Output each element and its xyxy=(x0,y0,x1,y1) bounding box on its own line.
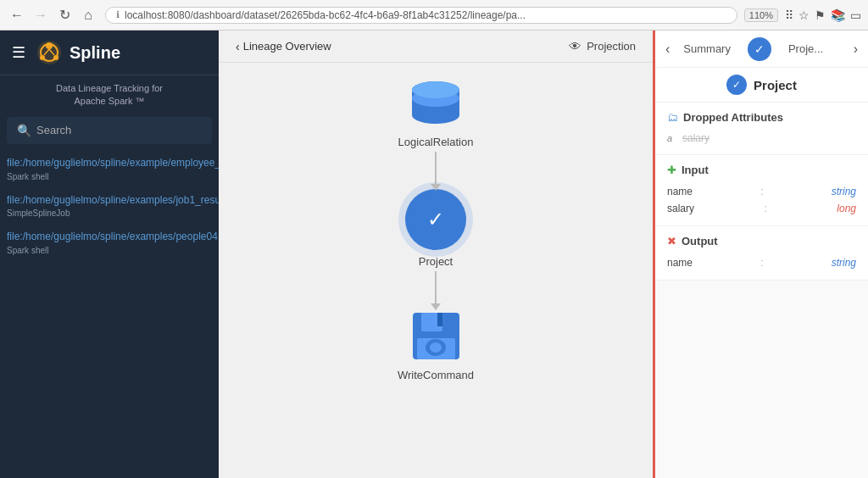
project-label: Project xyxy=(419,255,453,268)
panel-chevron-icon: ✓ xyxy=(748,37,771,61)
link-people04[interactable]: file:/home/guglielmo/spline/examples/peo… xyxy=(7,230,212,244)
input-section-header: ✚ Input xyxy=(667,164,856,176)
panel-title-text: Project xyxy=(754,78,797,92)
link-tag-2: Spark shell xyxy=(7,246,212,255)
summary-tab-label: Summary xyxy=(683,42,731,55)
output-attr-name-type: string xyxy=(832,257,856,269)
dropped-attr-name: salary xyxy=(682,132,709,144)
url-text: localhost:8080/dashboard/dataset/26265bd… xyxy=(125,9,726,21)
panel-title-icon: ✓ xyxy=(726,75,747,95)
svg-point-9 xyxy=(412,107,459,124)
home-button[interactable]: ⌂ xyxy=(78,5,98,25)
project-tab-label: Proje... xyxy=(788,42,823,55)
eye-icon: 👁 xyxy=(569,39,581,53)
panel-next-button[interactable]: › xyxy=(850,38,861,60)
sidebar-subtitle: Data Lineage Tracking for Apache Spark ™ xyxy=(0,75,219,112)
logical-relation-node[interactable]: LogicalRelation xyxy=(398,80,474,148)
input-section-title: Input xyxy=(682,164,709,176)
svg-point-17 xyxy=(430,342,442,353)
list-item[interactable]: file:/home/guglielmo/spline/examples/peo… xyxy=(7,230,212,255)
diagram-area: LogicalRelation ✓ Project xyxy=(219,63,653,478)
zoom-level: 110% xyxy=(744,8,778,22)
output-section-header: ✖ Output xyxy=(667,235,856,247)
hamburger-button[interactable]: ☰ xyxy=(10,42,27,64)
link-tag-1: SimpleSplineJob xyxy=(7,208,212,218)
save-icon xyxy=(409,308,464,364)
library-icon: 📚 xyxy=(831,8,845,22)
sidebar-header: ☰ Spline xyxy=(0,31,219,75)
input-attr-salary-sep: : xyxy=(764,203,766,214)
main-content: ‹ Lineage Overview 👁 Projection xyxy=(219,31,653,478)
sidebar-links: file:/home/guglielmo/spline/example/empl… xyxy=(0,149,219,478)
dropped-attr-row: a salary xyxy=(667,131,856,146)
projection-toggle[interactable]: 👁 Projection xyxy=(569,39,636,53)
link-job1-results[interactable]: file:/home/guglielmo/spline/examples/job… xyxy=(7,193,212,208)
input-attr-salary-row: salary : long xyxy=(667,200,856,217)
node-container: LogicalRelation ✓ Project xyxy=(398,80,474,381)
right-panel-bottom xyxy=(655,281,868,478)
input-attr-salary-type: long xyxy=(837,203,856,214)
dropped-section-icon: 🗂 xyxy=(667,111,678,124)
dropped-attr-type: a xyxy=(667,133,677,143)
input-attr-name-sep: : xyxy=(760,186,763,197)
arrow-2 xyxy=(435,271,437,305)
link-tag-0: Spark shell xyxy=(7,172,212,181)
output-section-title: Output xyxy=(682,235,718,247)
input-section-icon: ✚ xyxy=(667,164,676,176)
tab-project[interactable]: Proje... xyxy=(778,36,850,62)
star-icon: ⚑ xyxy=(815,8,826,22)
output-attr-name-sep: : xyxy=(760,257,763,269)
browser-chrome: ← → ↻ ⌂ ℹ localhost:8080/dashboard/datas… xyxy=(0,0,868,31)
svg-rect-14 xyxy=(437,313,442,326)
svg-point-2 xyxy=(46,42,53,49)
browser-extra-icons: ⠿ ☆ ⚑ 📚 ▭ xyxy=(785,8,861,22)
search-label: Search xyxy=(36,124,202,136)
input-attr-name-label: name xyxy=(667,186,693,197)
database-icon xyxy=(406,80,465,131)
projection-label-text: Projection xyxy=(587,40,636,53)
svg-point-11 xyxy=(412,81,459,98)
app-container: ☰ Spline Data Lineage Tracking for Apach… xyxy=(0,31,868,478)
project-circle-icon: ✓ xyxy=(405,189,466,250)
sidebar: ☰ Spline Data Lineage Tracking for Apach… xyxy=(0,31,219,478)
search-icon: 🔍 xyxy=(17,124,31,137)
back-label: Lineage Overview xyxy=(243,40,331,53)
panel-prev-button[interactable]: ‹ xyxy=(662,38,673,60)
output-section: ✖ Output name : string xyxy=(655,226,868,281)
input-attr-name-type: string xyxy=(832,186,856,197)
tab-summary[interactable]: Summary xyxy=(673,36,741,62)
output-section-icon: ✖ xyxy=(667,235,676,247)
bookmark-icon: ☆ xyxy=(798,8,810,22)
svg-point-4 xyxy=(53,55,58,60)
list-item[interactable]: file:/home/guglielmo/spline/example/empl… xyxy=(7,156,212,181)
dropped-section-title: Dropped Attributes xyxy=(683,111,783,124)
reload-button[interactable]: ↻ xyxy=(54,5,75,25)
sidebar-search[interactable]: 🔍 Search xyxy=(7,117,212,144)
link-employee-names[interactable]: file:/home/guglielmo/spline/example/empl… xyxy=(7,156,212,170)
input-attr-name-row: name : string xyxy=(667,183,856,200)
back-to-lineage-overview[interactable]: ‹ Lineage Overview xyxy=(236,40,331,53)
input-attr-salary-label: salary xyxy=(667,203,694,214)
arrow-1 xyxy=(435,152,437,186)
project-node[interactable]: ✓ Project xyxy=(405,189,466,268)
spline-logo-icon xyxy=(36,39,63,66)
write-command-label: WriteCommand xyxy=(398,369,474,381)
lock-icon: ℹ xyxy=(116,9,120,20)
logical-relation-label: LogicalRelation xyxy=(398,136,474,148)
forward-button[interactable]: → xyxy=(31,5,51,25)
list-item[interactable]: file:/home/guglielmo/spline/examples/job… xyxy=(7,193,212,219)
extensions-icon: ⠿ xyxy=(785,8,793,22)
right-panel: ‹ Summary ✓ Proje... › ✓ Project 🗂 Dropp… xyxy=(653,31,868,478)
input-section: ✚ Input name : string salary : long xyxy=(655,155,868,226)
dropped-section-header: 🗂 Dropped Attributes xyxy=(667,111,856,124)
address-bar[interactable]: ℹ localhost:8080/dashboard/dataset/26265… xyxy=(105,7,737,24)
sidebar-toggle-icon[interactable]: ▭ xyxy=(850,8,861,22)
nav-buttons: ← → ↻ ⌂ xyxy=(7,5,98,25)
dropped-attributes-section: 🗂 Dropped Attributes a salary xyxy=(655,103,868,155)
panel-tab-chevron-container: ✓ xyxy=(741,34,778,64)
write-command-node[interactable]: WriteCommand xyxy=(398,308,474,381)
back-button[interactable]: ← xyxy=(7,5,27,25)
svg-point-3 xyxy=(40,55,45,60)
main-toolbar: ‹ Lineage Overview 👁 Projection xyxy=(219,31,653,63)
app-name: Spline xyxy=(70,43,120,63)
